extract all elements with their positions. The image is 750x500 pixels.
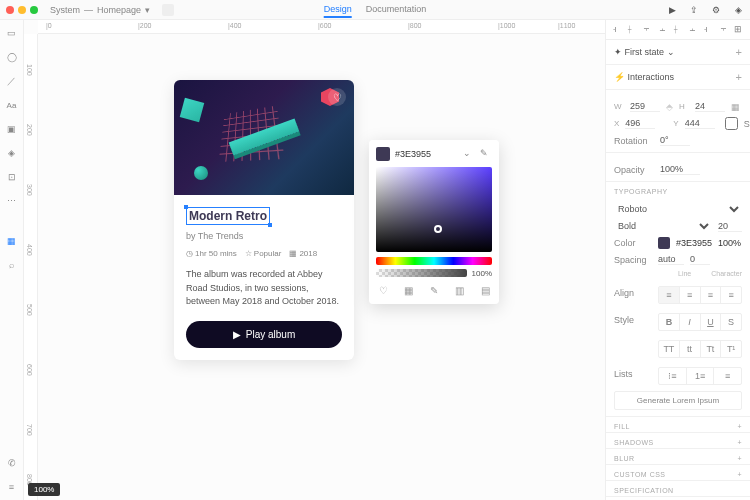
add-css-icon[interactable]: + xyxy=(737,471,742,478)
picker-favorite-icon[interactable]: ♡ xyxy=(376,283,390,297)
align-middle-icon[interactable]: ⟊ xyxy=(673,24,683,35)
align-left-icon[interactable]: ⫞ xyxy=(612,24,622,35)
shadows-section[interactable]: SHADOWS xyxy=(614,439,654,446)
state-selector[interactable]: ✦ First state ⌄+ xyxy=(614,46,742,58)
saturation-field[interactable] xyxy=(376,167,492,252)
alpha-slider[interactable] xyxy=(376,269,467,277)
picker-mode2-icon[interactable]: ▤ xyxy=(478,283,492,297)
constraints-icon[interactable]: ▦ xyxy=(731,102,740,112)
frame-tool-icon[interactable]: ⊡ xyxy=(5,170,19,184)
text-align-center[interactable]: ≡ xyxy=(680,287,701,303)
distribute-h-icon[interactable]: ⫞ xyxy=(703,24,713,35)
height-input[interactable] xyxy=(695,101,725,112)
underline-button[interactable]: U xyxy=(701,314,722,330)
css-section[interactable]: CUSTOM CSS xyxy=(614,471,666,478)
lock-icon[interactable]: ⬘ xyxy=(666,102,673,112)
minimize-window[interactable] xyxy=(18,6,26,14)
text-align-right[interactable]: ≡ xyxy=(701,287,722,303)
text-color-swatch[interactable] xyxy=(658,237,670,249)
add-state-icon[interactable]: + xyxy=(736,46,742,58)
text-align-left[interactable]: ≡ xyxy=(659,287,680,303)
picker-grid-icon[interactable]: ▦ xyxy=(402,283,416,297)
color-picker[interactable]: #3E3955 ⌄ ✎ 100% ♡ ▦ ✎ ▥ ▤ xyxy=(369,140,499,304)
align-center-icon[interactable]: ⟊ xyxy=(627,24,637,35)
album-title[interactable]: Modern Retro xyxy=(186,207,270,225)
panel-add-icon[interactable]: ⊞ xyxy=(734,24,744,35)
italic-button[interactable]: I xyxy=(680,314,701,330)
add-fill-icon[interactable]: + xyxy=(737,423,742,430)
add-blur-icon[interactable]: + xyxy=(737,455,742,462)
play-icon[interactable]: ▶ xyxy=(666,4,678,16)
no-list-button[interactable]: ≡ xyxy=(714,368,741,384)
tab-documentation[interactable]: Documentation xyxy=(366,2,427,18)
width-input[interactable] xyxy=(630,101,660,112)
album-description: The album was recorded at Abbey Road Stu… xyxy=(186,268,342,309)
page-add-icon[interactable] xyxy=(162,4,174,16)
favorite-icon[interactable]: ♡ xyxy=(328,88,346,106)
distribute-v-icon[interactable]: ⫟ xyxy=(719,24,729,35)
history-icon[interactable]: ≡ xyxy=(5,480,19,494)
number-list-button[interactable]: 1≡ xyxy=(687,368,715,384)
sticky-checkbox[interactable] xyxy=(725,117,738,130)
comment-icon[interactable]: ✆ xyxy=(5,456,19,470)
add-shadow-icon[interactable]: + xyxy=(737,439,742,446)
component-icon[interactable]: ◈ xyxy=(732,4,744,16)
opacity-input[interactable] xyxy=(660,164,700,175)
hex-value[interactable]: #3E3955 xyxy=(395,149,458,159)
zoom-level[interactable]: 100% xyxy=(28,483,60,496)
font-size-input[interactable] xyxy=(718,221,742,232)
style-label: Style xyxy=(614,315,652,325)
interactions-section[interactable]: ⚡ Interactions+ xyxy=(614,71,742,83)
align-top-icon[interactable]: ⫠ xyxy=(658,24,668,35)
color-swatch[interactable] xyxy=(376,147,390,161)
line-tool-icon[interactable]: ／ xyxy=(5,74,19,88)
y-input[interactable] xyxy=(685,118,715,129)
share-icon[interactable]: ⇪ xyxy=(688,4,700,16)
generate-lorem-button[interactable]: Generate Lorem Ipsum xyxy=(614,391,742,410)
smallcaps-button[interactable]: T¹ xyxy=(721,341,741,357)
more-tool-icon[interactable]: ⋯ xyxy=(5,194,19,208)
uppercase-button[interactable]: TT xyxy=(659,341,680,357)
ellipse-tool-icon[interactable]: ◯ xyxy=(5,50,19,64)
rotation-input[interactable] xyxy=(660,135,690,146)
hue-slider[interactable] xyxy=(376,257,492,265)
text-color-hex[interactable]: #3E3955 xyxy=(676,238,712,248)
spacing-value-input[interactable] xyxy=(690,254,710,265)
text-align-justify[interactable]: ≡ xyxy=(721,287,741,303)
layers-icon[interactable]: ▦ xyxy=(5,234,19,248)
search-icon[interactable]: ⌕ xyxy=(5,258,19,272)
close-window[interactable] xyxy=(6,6,14,14)
text-color-alpha[interactable]: 100% xyxy=(718,238,741,248)
bold-button[interactable]: B xyxy=(659,314,680,330)
play-album-button[interactable]: ▶Play album xyxy=(186,321,342,348)
font-weight-select[interactable]: Bold xyxy=(614,220,712,232)
fill-section[interactable]: FILL xyxy=(614,423,630,430)
picker-eyedrop-icon[interactable]: ✎ xyxy=(427,283,441,297)
strike-button[interactable]: S xyxy=(721,314,741,330)
tab-design[interactable]: Design xyxy=(324,2,352,18)
picker-mode1-icon[interactable]: ▥ xyxy=(453,283,467,297)
text-tool-icon[interactable]: Aa xyxy=(5,98,19,112)
settings-icon[interactable]: ⚙ xyxy=(710,4,722,16)
dropdown-icon[interactable]: ⌄ xyxy=(463,148,475,160)
album-card[interactable]: ♡ Modern Retro by The Trends ◷1hr 50 min… xyxy=(174,80,354,360)
align-bottom-icon[interactable]: ⫠ xyxy=(688,24,698,35)
eyedropper-icon[interactable]: ✎ xyxy=(480,148,492,160)
lowercase-button[interactable]: tt xyxy=(680,341,701,357)
alpha-value[interactable]: 100% xyxy=(472,269,492,278)
capitalize-button[interactable]: Tt xyxy=(701,341,722,357)
bullet-list-button[interactable]: ⁝≡ xyxy=(659,368,687,384)
x-input[interactable] xyxy=(625,118,655,129)
canvas[interactable]: |0|200|400|600|800|1000|1100 10020030040… xyxy=(24,20,605,500)
component-tool-icon[interactable]: ◈ xyxy=(5,146,19,160)
select-tool-icon[interactable]: ▭ xyxy=(5,26,19,40)
align-right-icon[interactable]: ⫟ xyxy=(642,24,652,35)
font-family-select[interactable]: Roboto xyxy=(614,203,742,215)
maximize-window[interactable] xyxy=(30,6,38,14)
spec-section[interactable]: SPECIFICATION xyxy=(614,487,674,494)
breadcrumb[interactable]: System—Homepage▾ xyxy=(48,5,152,15)
blur-section[interactable]: BLUR xyxy=(614,455,635,462)
add-interaction-icon[interactable]: + xyxy=(736,71,742,83)
spacing-mode-input[interactable] xyxy=(658,254,684,265)
image-tool-icon[interactable]: ▣ xyxy=(5,122,19,136)
